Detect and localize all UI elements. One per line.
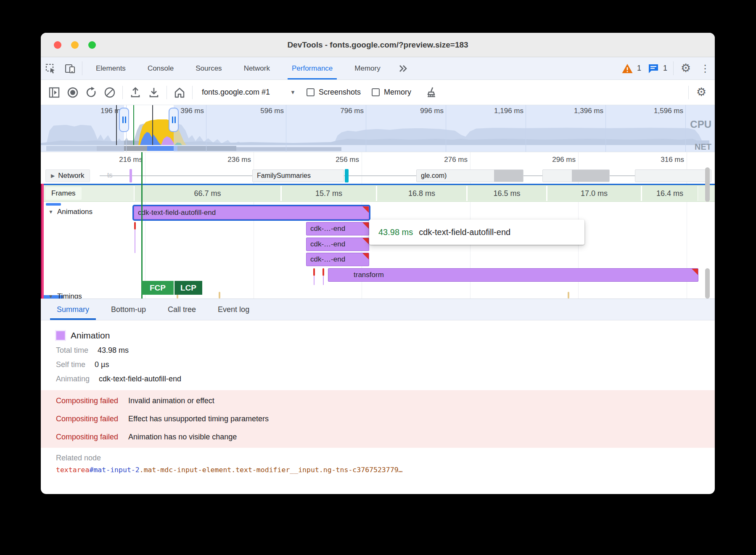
tab-summary[interactable]: Summary bbox=[46, 299, 100, 320]
interactions-tick bbox=[46, 203, 61, 206]
expand-down-icon: ▼ bbox=[48, 293, 53, 299]
reload-record-icon[interactable] bbox=[82, 83, 100, 102]
network-request[interactable]: FamilySummaries bbox=[252, 169, 344, 182]
animation-bar-selected[interactable]: cdk-text-field-autofill-end bbox=[134, 206, 369, 219]
message-count: 1 bbox=[663, 64, 667, 73]
frame-cell[interactable]: 66.7 ms bbox=[134, 186, 281, 201]
divider bbox=[688, 86, 689, 99]
frame-cell[interactable]: 16.4 ms bbox=[641, 186, 698, 201]
tab-network[interactable]: Network bbox=[233, 57, 281, 79]
more-options-icon[interactable]: ⋮ bbox=[695, 57, 715, 79]
expand-right-icon: ▶ bbox=[51, 173, 55, 179]
long-task-stripe bbox=[41, 184, 44, 299]
tab-call-tree[interactable]: Call tree bbox=[157, 299, 207, 320]
animation-color-swatch bbox=[56, 331, 65, 340]
tabbar-spacer bbox=[415, 57, 619, 79]
scrollbar-thumb[interactable] bbox=[705, 167, 710, 202]
animations-track-label: Animations bbox=[57, 208, 93, 216]
summary-title: Animation bbox=[71, 330, 110, 341]
settings-gear-icon[interactable]: ⚙ bbox=[676, 57, 695, 79]
tab-bottom-up[interactable]: Bottom-up bbox=[100, 299, 157, 320]
ruler-tick: 236 ms bbox=[227, 156, 254, 164]
warning-icon bbox=[622, 63, 633, 74]
summary-title-row: Animation bbox=[41, 320, 715, 341]
more-tabs-button[interactable] bbox=[391, 57, 415, 79]
divider bbox=[122, 86, 123, 99]
network-request[interactable] bbox=[542, 169, 610, 182]
frame-cell[interactable]: 17.0 ms bbox=[547, 186, 641, 201]
animation-bar[interactable]: cdk-…-end bbox=[306, 222, 369, 235]
memory-label: Memory bbox=[384, 88, 411, 97]
tab-event-log[interactable]: Event log bbox=[207, 299, 260, 320]
selection-right-handle[interactable] bbox=[169, 108, 179, 132]
related-node-link[interactable]: textarea#mat-input-2.mat-mdc-input-eleme… bbox=[41, 462, 715, 474]
lcp-badge[interactable]: LCP bbox=[174, 281, 202, 295]
animation-bar[interactable]: cdk-…-end bbox=[306, 253, 369, 266]
capture-settings-gear-icon[interactable]: ⚙ bbox=[692, 83, 711, 102]
chevron-double-right-icon bbox=[398, 64, 408, 73]
summary-pane: Animation Total time43.98 ms Self time0 … bbox=[41, 320, 715, 474]
overview-gridline bbox=[366, 105, 366, 152]
compositing-failures: Compositing failedInvalid animation or e… bbox=[41, 390, 715, 448]
overview-gridline bbox=[286, 105, 286, 152]
compositing-failed-row: Compositing failedAnimation has no visib… bbox=[41, 428, 715, 446]
tooltip-name: cdk-text-field-autofill-end bbox=[419, 227, 510, 237]
animations-track-header[interactable]: ▼ Animations bbox=[48, 208, 93, 216]
frame-cell[interactable]: 15.7 ms bbox=[281, 186, 376, 201]
node-tag: textarea bbox=[56, 466, 89, 474]
devtools-tabbar: Elements Console Sources Network Perform… bbox=[41, 57, 715, 80]
scrollbar-thumb[interactable] bbox=[705, 268, 710, 299]
frame-cell[interactable]: 16.8 ms bbox=[376, 186, 467, 201]
network-track-header[interactable]: ▶ Network bbox=[45, 169, 90, 182]
divider bbox=[82, 61, 82, 75]
minimize-window-button[interactable] bbox=[71, 41, 79, 49]
chevron-down-icon[interactable]: ▼ bbox=[290, 89, 296, 95]
compositing-failed-row: Compositing failedEffect has unsupported… bbox=[41, 410, 715, 428]
tab-sources[interactable]: Sources bbox=[185, 57, 233, 79]
timeline-tracks[interactable]: 216 ms 236 ms 256 ms 276 ms 296 ms 316 m… bbox=[41, 152, 715, 299]
issues-message-badge[interactable]: 1 bbox=[645, 57, 671, 79]
timeline-overview[interactable]: 196 ms 396 ms 596 ms 796 ms 996 ms 1,196… bbox=[41, 105, 715, 152]
timing-tick bbox=[219, 292, 220, 299]
screenshots-checkbox[interactable] bbox=[307, 88, 315, 96]
network-request[interactable] bbox=[635, 169, 711, 182]
inspect-element-icon[interactable] bbox=[41, 57, 60, 79]
frame-cell[interactable]: 16.5 ms bbox=[467, 186, 547, 201]
memory-checkbox[interactable] bbox=[372, 88, 380, 96]
chat-bubble-icon bbox=[648, 63, 659, 74]
animation-bar[interactable]: cdk-…-end bbox=[306, 238, 369, 251]
record-icon[interactable] bbox=[63, 83, 82, 102]
issues-warning-badge[interactable]: 1 bbox=[619, 57, 645, 79]
transform-animation-bar[interactable]: transform bbox=[328, 268, 698, 282]
device-toolbar-icon[interactable] bbox=[60, 57, 79, 79]
overview-tick: 1,596 ms bbox=[654, 107, 685, 115]
cpu-label: CPU bbox=[690, 119, 711, 130]
node-id: #mat-input-2 bbox=[89, 466, 139, 474]
net-label: NET bbox=[695, 142, 711, 152]
overview-gridline bbox=[446, 105, 446, 152]
network-request[interactable]: gle.com) bbox=[416, 169, 523, 182]
fcp-badge[interactable]: FCP bbox=[142, 281, 174, 295]
garbage-collect-icon[interactable] bbox=[422, 83, 441, 102]
upload-profile-icon[interactable] bbox=[126, 83, 145, 102]
animation-start-tick bbox=[313, 268, 315, 276]
clear-icon[interactable] bbox=[100, 83, 119, 102]
frames-track-label: Frames bbox=[45, 187, 82, 200]
download-profile-icon[interactable] bbox=[145, 83, 163, 102]
toggle-sidebar-icon[interactable] bbox=[45, 83, 63, 102]
tab-console[interactable]: Console bbox=[137, 57, 185, 79]
tab-performance[interactable]: Performance bbox=[281, 57, 344, 79]
close-window-button[interactable] bbox=[54, 41, 61, 49]
total-time-row: Total time43.98 ms bbox=[41, 341, 715, 355]
ruler-tick: 256 ms bbox=[336, 156, 362, 164]
tab-memory[interactable]: Memory bbox=[344, 57, 391, 79]
timings-track-header[interactable]: ▼ Timings bbox=[48, 292, 82, 299]
tab-elements[interactable]: Elements bbox=[85, 57, 137, 79]
home-icon[interactable] bbox=[170, 83, 189, 102]
overview-gridline bbox=[685, 105, 686, 152]
zoom-window-button[interactable] bbox=[88, 41, 96, 49]
total-time-value: 43.98 ms bbox=[98, 346, 129, 354]
performance-toolbar: fonts.google.com #1 ▼ Screenshots Memory… bbox=[41, 80, 715, 105]
selection-left-handle[interactable] bbox=[119, 108, 129, 132]
history-session-select[interactable]: fonts.google.com #1 bbox=[202, 88, 270, 97]
